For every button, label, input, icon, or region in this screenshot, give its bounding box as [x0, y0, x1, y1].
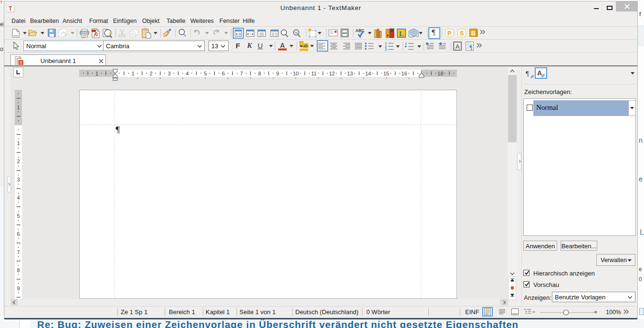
svg-text:12: 12	[329, 71, 335, 76]
svg-text:4: 4	[186, 71, 189, 76]
svg-text:4: 4	[17, 195, 20, 201]
svg-text:P: P	[447, 30, 451, 37]
svg-text:9: 9	[276, 71, 279, 76]
svg-text:5: 5	[204, 71, 207, 76]
svg-text:3: 3	[168, 71, 171, 76]
svg-text:8: 8	[258, 71, 261, 76]
svg-text:ab: ab	[303, 43, 308, 48]
svg-text:15: 15	[383, 71, 389, 76]
svg-text:16: 16	[401, 71, 407, 76]
svg-text:¶: ¶	[469, 43, 472, 51]
svg-text:2: 2	[17, 159, 20, 164]
svg-text:7: 7	[240, 71, 243, 76]
svg-text:3: 3	[385, 48, 387, 51]
svg-text:3: 3	[17, 177, 20, 182]
svg-text:11: 11	[311, 71, 316, 76]
svg-text:%: %	[295, 31, 298, 35]
svg-text:A: A	[456, 43, 460, 50]
svg-text:2: 2	[150, 71, 153, 76]
svg-text:7: 7	[17, 249, 20, 255]
svg-text:1: 1	[17, 105, 20, 110]
svg-text:9: 9	[17, 286, 20, 291]
svg-text:¶: ¶	[526, 70, 529, 77]
svg-text:18: 18	[437, 71, 443, 76]
svg-text:B: B	[471, 30, 476, 37]
svg-text:14: 14	[365, 71, 371, 76]
svg-text:1: 1	[95, 71, 98, 76]
svg-text:10: 10	[293, 71, 299, 76]
svg-text:6: 6	[17, 231, 20, 237]
svg-text:5: 5	[17, 213, 20, 219]
svg-text:L: L	[399, 30, 404, 38]
svg-text:1: 1	[405, 42, 407, 45]
svg-text:6: 6	[222, 71, 225, 76]
svg-text:8: 8	[17, 267, 20, 273]
svg-text:1: 1	[132, 71, 135, 76]
svg-text:1: 1	[17, 140, 20, 146]
svg-text:A: A	[537, 69, 542, 77]
svg-text:S: S	[460, 30, 464, 37]
svg-text:1:1: 1:1	[236, 32, 241, 36]
svg-text:A: A	[280, 42, 285, 49]
svg-text:13: 13	[347, 71, 353, 76]
